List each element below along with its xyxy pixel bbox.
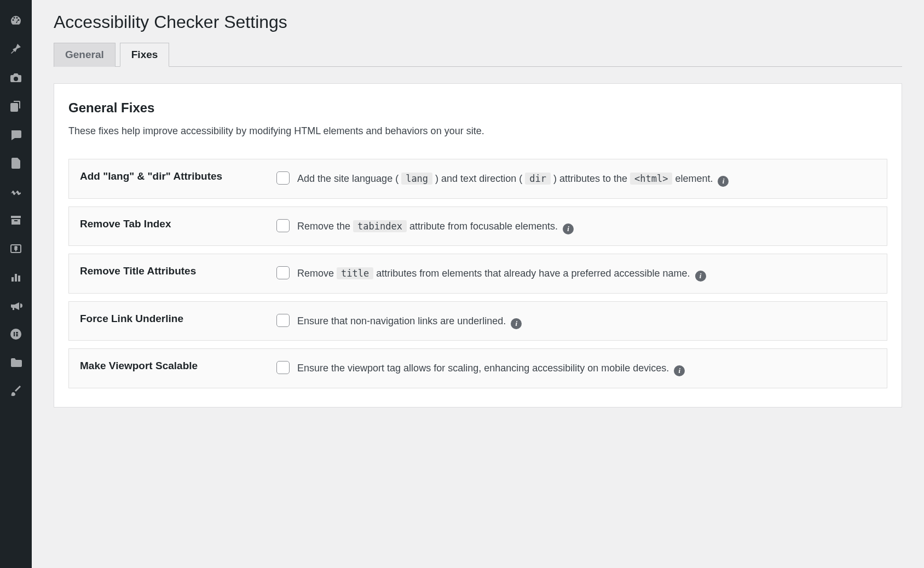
sidebar-marketing[interactable] bbox=[0, 291, 32, 320]
sidebar-forms[interactable] bbox=[0, 149, 32, 177]
code-tabindex: tabindex bbox=[353, 220, 407, 232]
comment-icon bbox=[9, 128, 22, 141]
fix-row-lang-dir: Add "lang" & "dir" Attributes Add the si… bbox=[68, 159, 887, 199]
fix-label: Remove Title Attributes bbox=[68, 254, 265, 294]
fix-description: Ensure that non-navigation links are und… bbox=[297, 313, 876, 330]
fix-row-link-underline: Force Link Underline Ensure that non-nav… bbox=[68, 301, 887, 341]
code-lang: lang bbox=[401, 173, 432, 185]
fix-row-title-attr: Remove Title Attributes Remove title att… bbox=[68, 254, 887, 294]
megaphone-icon bbox=[9, 299, 22, 312]
info-icon[interactable]: i bbox=[695, 271, 706, 282]
info-icon[interactable]: i bbox=[511, 318, 522, 329]
sidebar-media[interactable] bbox=[0, 64, 32, 92]
gauge-icon bbox=[9, 14, 22, 27]
settings-tabs: General Fixes bbox=[54, 42, 902, 67]
checkbox-link-underline[interactable] bbox=[276, 314, 290, 327]
pin-icon bbox=[9, 43, 22, 56]
fix-label: Add "lang" & "dir" Attributes bbox=[68, 159, 265, 199]
info-icon[interactable]: i bbox=[718, 176, 729, 187]
fix-label: Remove Tab Index bbox=[68, 206, 265, 246]
fix-row-tabindex: Remove Tab Index Remove the tabindex att… bbox=[68, 206, 887, 246]
fix-description: Remove the tabindex attribute from focus… bbox=[297, 218, 876, 235]
document-icon bbox=[9, 157, 22, 170]
tab-general[interactable]: General bbox=[54, 43, 116, 67]
section-description: These fixes help improve accessibility b… bbox=[68, 125, 887, 137]
code-title: title bbox=[337, 267, 373, 279]
sidebar-dashboard[interactable] bbox=[0, 7, 32, 35]
main-content: Accessibility Checker Settings General F… bbox=[32, 0, 924, 568]
sidebar-pages[interactable] bbox=[0, 92, 32, 121]
tab-fixes[interactable]: Fixes bbox=[120, 43, 170, 67]
sidebar-archive[interactable] bbox=[0, 206, 32, 234]
fix-description: Remove title attributes from elements th… bbox=[297, 265, 876, 282]
checkbox-title-attr[interactable] bbox=[276, 266, 290, 279]
checkbox-lang-dir[interactable] bbox=[276, 171, 290, 185]
info-icon[interactable]: i bbox=[563, 223, 574, 234]
folder-icon bbox=[9, 356, 22, 369]
sidebar-tools[interactable] bbox=[0, 377, 32, 405]
admin-sidebar bbox=[0, 0, 32, 568]
sidebar-payments[interactable] bbox=[0, 234, 32, 263]
fix-description: Ensure the viewport tag allows for scali… bbox=[297, 360, 876, 377]
settings-table: Add "lang" & "dir" Attributes Add the si… bbox=[68, 151, 887, 396]
sidebar-analytics[interactable] bbox=[0, 263, 32, 291]
fix-description: Add the site language ( lang ) and text … bbox=[297, 170, 876, 187]
fix-label: Make Viewport Scalable bbox=[68, 348, 265, 388]
checkbox-viewport[interactable] bbox=[276, 361, 290, 374]
sidebar-comments[interactable] bbox=[0, 121, 32, 149]
archive-icon bbox=[9, 214, 22, 227]
bars-icon bbox=[9, 271, 22, 284]
checkbox-tabindex[interactable] bbox=[276, 219, 290, 232]
code-html: <html> bbox=[630, 173, 672, 185]
fix-row-viewport: Make Viewport Scalable Ensure the viewpo… bbox=[68, 348, 887, 388]
dollar-box-icon bbox=[9, 242, 22, 255]
pages-icon bbox=[9, 100, 22, 113]
brush-icon bbox=[9, 385, 22, 398]
elementor-icon bbox=[9, 328, 22, 341]
page-title: Accessibility Checker Settings bbox=[54, 0, 902, 42]
fixes-panel: General Fixes These fixes help improve a… bbox=[54, 83, 902, 408]
sidebar-wave[interactable] bbox=[0, 177, 32, 206]
code-dir: dir bbox=[525, 173, 551, 185]
wave-icon bbox=[9, 185, 22, 198]
sidebar-pin[interactable] bbox=[0, 35, 32, 64]
sidebar-elementor[interactable] bbox=[0, 320, 32, 348]
fix-label: Force Link Underline bbox=[68, 301, 265, 341]
section-heading: General Fixes bbox=[68, 100, 887, 116]
info-icon[interactable]: i bbox=[674, 365, 685, 376]
sidebar-templates[interactable] bbox=[0, 348, 32, 377]
camera-icon bbox=[9, 71, 22, 84]
